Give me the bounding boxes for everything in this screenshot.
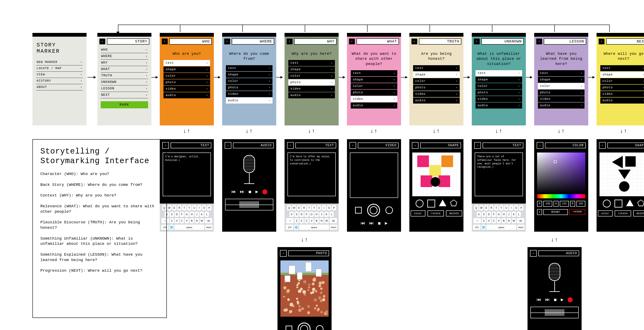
- shape-canvas[interactable]: [600, 152, 644, 196]
- key[interactable]: T: [307, 205, 311, 211]
- shape-circle[interactable]: [619, 181, 630, 192]
- play-button[interactable]: ▶: [256, 189, 258, 195]
- key[interactable]: F: [304, 212, 309, 217]
- rotate-button[interactable]: rotate: [428, 210, 444, 217]
- story-menu-item[interactable]: WHY›: [101, 60, 148, 66]
- key[interactable]: W: [479, 205, 484, 211]
- back-button[interactable]: ‹: [536, 39, 542, 44]
- media-option-video[interactable]: video›: [476, 96, 522, 102]
- back-button[interactable]: ‹: [287, 39, 292, 44]
- tool-pentagon[interactable]: [637, 200, 644, 206]
- random-button[interactable]: random: [569, 209, 585, 215]
- key[interactable]: Y: [312, 205, 316, 211]
- media-option-photo[interactable]: photo›: [600, 85, 644, 91]
- key[interactable]: Z: [482, 218, 486, 224]
- key[interactable]: U: [504, 205, 508, 211]
- b-value[interactable]: 183: [576, 201, 585, 207]
- r-value[interactable]: 158: [543, 201, 552, 207]
- color-picker[interactable]: [537, 152, 585, 194]
- media-option-color[interactable]: color›: [164, 73, 210, 79]
- tool-square[interactable]: [614, 200, 622, 208]
- g-value[interactable]: 132: [560, 201, 569, 207]
- media-option-video[interactable]: video›: [538, 96, 584, 102]
- media-option-video[interactable]: video›: [164, 86, 210, 92]
- key[interactable]: D: [487, 212, 491, 217]
- media-option-text[interactable]: text›: [351, 70, 397, 76]
- key[interactable]: Z: [294, 218, 299, 224]
- keyboard[interactable]: QWERTYUIOPASDFGHJKL⇧ZXCVBNM⌫123🌐spaceret…: [472, 204, 526, 232]
- key[interactable]: R: [302, 205, 306, 211]
- return-key[interactable]: return: [517, 225, 524, 230]
- media-option-shape[interactable]: shape›: [288, 66, 335, 73]
- back-button[interactable]: ‹: [599, 142, 606, 149]
- story-menu-item[interactable]: LESSON›: [101, 85, 148, 92]
- key[interactable]: G: [497, 212, 501, 217]
- media-option-color[interactable]: color›: [538, 83, 584, 89]
- numbers-key[interactable]: 123: [473, 225, 480, 230]
- shutter-button[interactable]: [367, 204, 380, 217]
- key[interactable]: V: [310, 218, 314, 224]
- key[interactable]: L: [517, 212, 521, 217]
- key[interactable]: E: [297, 205, 301, 211]
- back-button[interactable]: ‹: [349, 39, 355, 44]
- shape-square[interactable]: [417, 155, 429, 167]
- tool-pentagon[interactable]: [450, 200, 457, 206]
- media-option-video[interactable]: video›: [600, 91, 644, 97]
- stop-button[interactable]: ◼: [248, 189, 251, 195]
- shape-triangle[interactable]: [612, 156, 623, 168]
- media-option-audio[interactable]: audio›: [164, 92, 210, 98]
- shape-square[interactable]: [438, 176, 450, 187]
- story-menu-item[interactable]: NEXT›: [101, 92, 148, 98]
- key[interactable]: X: [487, 218, 491, 224]
- key[interactable]: H: [190, 212, 194, 217]
- globe-key[interactable]: 🌐: [481, 225, 486, 230]
- return-key[interactable]: return: [330, 225, 338, 230]
- media-option-video[interactable]: video›: [226, 91, 272, 97]
- media-option-audio[interactable]: audio›: [288, 92, 335, 98]
- tool-triangle[interactable]: [439, 200, 446, 206]
- backspace-key[interactable]: ⌫: [330, 218, 337, 224]
- text-input[interactable]: There are a lot of unfamiliar faces here…: [475, 152, 523, 196]
- globe-key[interactable]: 🌐: [169, 225, 174, 230]
- key[interactable]: R: [177, 205, 182, 211]
- key[interactable]: U: [192, 205, 196, 211]
- color-cursor[interactable]: [554, 160, 557, 163]
- space-key[interactable]: space: [486, 225, 516, 230]
- shape-square[interactable]: [429, 165, 441, 177]
- hue-slider[interactable]: [537, 194, 585, 198]
- back-button[interactable]: ‹: [225, 142, 231, 149]
- media-option-text[interactable]: text›: [413, 65, 460, 71]
- color-button[interactable]: color: [410, 210, 426, 217]
- media-option-audio[interactable]: audio›: [476, 102, 522, 109]
- main-menu-item[interactable]: HISTORY›: [36, 78, 83, 84]
- key[interactable]: M: [512, 218, 516, 224]
- prev-button[interactable]: ⏮: [536, 297, 541, 302]
- media-option-shape[interactable]: shape›: [164, 66, 210, 73]
- back-button[interactable]: ‹: [599, 39, 604, 44]
- flip-camera-button[interactable]: [316, 325, 324, 330]
- globe-key[interactable]: 🌐: [294, 225, 298, 230]
- media-option-shape[interactable]: shape›: [351, 77, 397, 83]
- key[interactable]: O: [202, 205, 206, 211]
- media-option-audio[interactable]: audio›: [538, 102, 584, 109]
- key[interactable]: E: [172, 205, 176, 211]
- delete-button[interactable]: delete: [446, 210, 462, 217]
- key[interactable]: D: [300, 212, 304, 217]
- space-key[interactable]: space: [174, 225, 204, 230]
- key[interactable]: S: [294, 212, 299, 217]
- back-button[interactable]: ‹: [412, 142, 418, 149]
- mark-button[interactable]: MARK: [101, 101, 148, 108]
- key[interactable]: A: [290, 212, 294, 217]
- key[interactable]: K: [324, 212, 329, 217]
- media-option-text[interactable]: text›: [476, 70, 522, 76]
- shape-square[interactable]: [442, 155, 453, 167]
- media-option-shape[interactable]: shape›: [413, 72, 460, 78]
- media-option-video[interactable]: video›: [288, 86, 335, 92]
- stop-button[interactable]: ◼: [554, 297, 557, 302]
- tool-circle[interactable]: [603, 200, 611, 208]
- key[interactable]: M: [324, 218, 329, 224]
- key[interactable]: G: [185, 212, 189, 217]
- key[interactable]: K: [512, 212, 516, 217]
- key[interactable]: L: [330, 212, 334, 217]
- key[interactable]: V: [497, 218, 501, 224]
